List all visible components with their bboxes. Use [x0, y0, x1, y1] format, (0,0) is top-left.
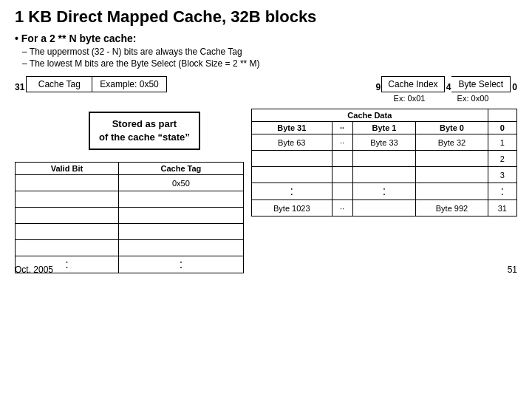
d-idx31: 31: [488, 200, 516, 216]
d-dots-col1: :: [252, 183, 332, 200]
stored-note: Stored as part of the cache “state”: [89, 112, 200, 150]
valid-bit-0: [16, 175, 119, 191]
d-empty4: [416, 151, 488, 167]
d-dots-col2: [332, 183, 352, 200]
d-idx2: 2: [488, 151, 516, 167]
bullet-item-2: The lowest M bits are the Byte Select (B…: [22, 58, 517, 69]
data-row-3: 2: [252, 151, 517, 167]
cache-header-valid: Valid Bit: [16, 163, 119, 175]
cache-header-tag: Cache Tag: [118, 163, 243, 175]
footer-date: Oct. 2005: [15, 265, 53, 275]
cache-tag-val-0: 0x50: [118, 175, 243, 191]
data-row-4: 3: [252, 167, 517, 183]
d-idx1: 1: [488, 134, 516, 151]
cache-tag-box: Cache Tag: [26, 76, 92, 92]
col-dots1: ··: [332, 122, 352, 134]
col-byte31: Byte 31: [252, 122, 332, 134]
d-dots-col4: [416, 183, 488, 200]
cache-tag-val-3: [118, 224, 243, 240]
bit-31: 31: [15, 82, 24, 92]
left-panel: Stored as part of the cache “state” Vali…: [15, 109, 244, 273]
d-byte1023: Byte 1023: [252, 200, 332, 216]
d-empty2: [332, 151, 352, 167]
d-idx3: 3: [488, 167, 516, 183]
d-dots2: ··: [332, 134, 352, 151]
example-box: Example: 0x50: [92, 76, 166, 92]
data-row-dots: : : :: [252, 183, 517, 200]
page: 1 KB Direct Mapped Cache, 32B blocks • F…: [0, 0, 532, 281]
d-empty8: [416, 167, 488, 183]
bullet-heading: • For a 2 ** N byte cache:: [15, 33, 517, 44]
col-byte0: Byte 0: [416, 122, 488, 134]
footer: Oct. 2005 51: [15, 265, 517, 275]
data-table: Cache Data Byte 31 ·· Byte 1 Byte 0 0 By…: [251, 109, 517, 216]
d-empty3: [352, 151, 416, 167]
ex-index: Ex: 0x01: [380, 94, 439, 103]
address-diagram: 31 Cache Tag Example: 0x50 9 Cache Index…: [15, 76, 517, 103]
d-empty-last: [352, 200, 416, 216]
bit-9: 9: [376, 82, 381, 92]
bullet-item-1: The uppermost (32 - N) bits are always t…: [22, 47, 517, 57]
table-row: [16, 224, 244, 240]
d-byte33: Byte 33: [352, 134, 416, 151]
d-dots-last: ··: [332, 200, 352, 216]
cache-tag-val-4: [118, 240, 243, 256]
d-byte992: Byte 992: [416, 200, 488, 216]
page-title: 1 KB Direct Mapped Cache, 32B blocks: [15, 7, 517, 27]
data-row-last: Byte 1023 ·· Byte 992 31: [252, 200, 517, 216]
valid-bit-1: [16, 191, 119, 208]
col-idx0: 0: [488, 122, 516, 134]
col-byte1: Byte 1: [352, 122, 416, 134]
d-empty6: [332, 167, 352, 183]
bit-0: 0: [512, 82, 517, 92]
footer-page: 51: [508, 265, 517, 275]
cache-data-header: Cache Data: [252, 109, 488, 122]
d-byte63: Byte 63: [252, 134, 332, 151]
table-row: [16, 240, 244, 256]
cache-index-box: Cache Index: [381, 76, 444, 92]
table-row: 0x50: [16, 175, 244, 191]
bit-4: 4: [446, 82, 451, 92]
byte-select-box: Byte Select: [451, 76, 511, 92]
cache-table: Valid Bit Cache Tag 0x50: [15, 162, 244, 273]
d-byte32: Byte 32: [416, 134, 488, 151]
valid-bit-4: [16, 240, 119, 256]
table-row: [16, 191, 244, 208]
table-row: [16, 208, 244, 224]
cache-tag-val-2: [118, 208, 243, 224]
bullet-section: • For a 2 ** N byte cache: The uppermost…: [15, 33, 517, 69]
d-dots-col3: :: [352, 183, 416, 200]
d-empty7: [352, 167, 416, 183]
bullet-list: The uppermost (32 - N) bits are always t…: [15, 47, 517, 69]
valid-bit-2: [16, 208, 119, 224]
cache-tag-val-1: [118, 191, 243, 208]
right-panel: Cache Data Byte 31 ·· Byte 1 Byte 0 0 By…: [251, 109, 517, 273]
d-empty5: [252, 167, 332, 183]
data-row-2: Byte 63 ·· Byte 33 Byte 32 1: [252, 134, 517, 151]
main-content: Stored as part of the cache “state” Vali…: [15, 109, 517, 273]
d-dots-idx: :: [488, 183, 516, 200]
index-col-header: [488, 109, 516, 122]
ex-byte: Ex: 0x00: [443, 94, 502, 103]
valid-bit-3: [16, 224, 119, 240]
d-empty1: [252, 151, 332, 167]
